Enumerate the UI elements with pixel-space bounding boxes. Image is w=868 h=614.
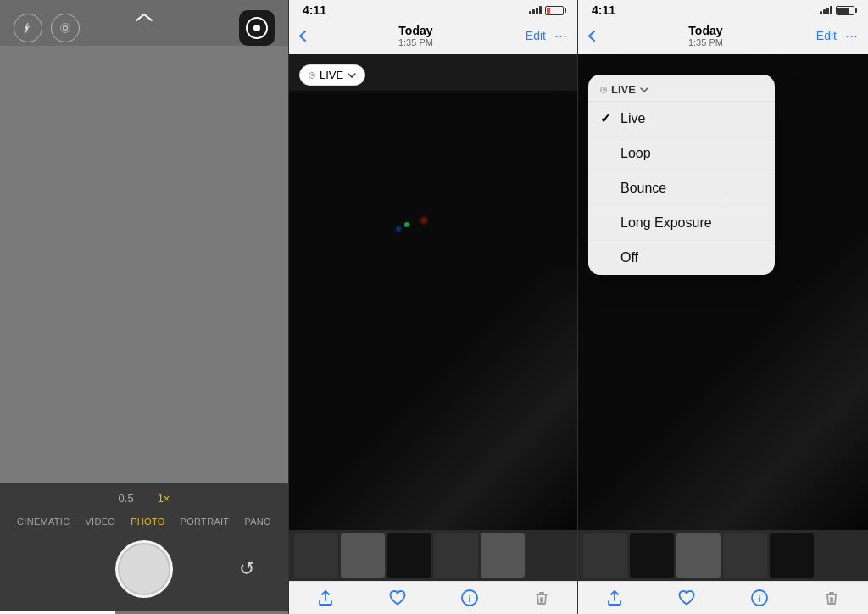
- photos-panel: 4:11 Today 1:35 PM Edit ···: [288, 0, 578, 614]
- share-button[interactable]: [316, 589, 335, 607]
- dropdown-label-bounce: Bounce: [620, 181, 666, 196]
- flip-camera-icon[interactable]: ↺: [239, 558, 254, 580]
- signal-bar-3-2: [823, 9, 826, 14]
- nav-title-3: Today: [688, 24, 723, 37]
- mode-pano[interactable]: PANO: [244, 516, 271, 527]
- live-button-container: LIVE: [289, 54, 577, 91]
- camera-target-button[interactable]: [239, 10, 275, 46]
- photos-dropdown-panel: 4:11 Today 1:35 PM Edit ···: [578, 0, 868, 614]
- dropdown-label-long-exposure: Long Exposure: [620, 215, 712, 231]
- chevron-up-icon[interactable]: [135, 12, 153, 24]
- svg-text:i: i: [468, 594, 470, 604]
- camera-modes: CINEMATIC VIDEO PHOTO PORTRAIT PANO: [0, 511, 288, 533]
- live-button-label: LIVE: [320, 69, 343, 81]
- status-icons: [529, 6, 564, 15]
- nav-actions: Edit ···: [526, 27, 567, 45]
- dropdown-item-bounce[interactable]: Bounce: [588, 171, 775, 206]
- dropdown-item-off[interactable]: Off: [588, 241, 775, 275]
- thumbnail-3-1[interactable]: [583, 533, 627, 578]
- edit-button[interactable]: Edit: [526, 29, 546, 42]
- photo-main: [289, 91, 577, 530]
- photos-nav-3: Today 1:35 PM Edit ···: [578, 20, 868, 54]
- photo-thumbnails-3: [578, 530, 868, 581]
- dropdown-live-dot: [600, 87, 607, 93]
- thumbnail-2[interactable]: [341, 533, 385, 578]
- live-dot-icon: [309, 72, 315, 79]
- thumbnail-1[interactable]: [294, 533, 338, 578]
- thumbnail-3[interactable]: [387, 533, 431, 578]
- info-button[interactable]: i: [460, 589, 479, 607]
- more-button-3[interactable]: ···: [845, 27, 858, 45]
- battery-fill-3: [837, 8, 849, 14]
- share-button-3[interactable]: [605, 589, 624, 607]
- battery-icon: [545, 6, 564, 15]
- delete-button[interactable]: [532, 589, 551, 607]
- camera-top-bar: [0, 0, 288, 46]
- thumbnail-3-4[interactable]: [723, 533, 767, 578]
- checkmark-live: ✓: [600, 111, 614, 126]
- battery-fill: [547, 8, 550, 14]
- live-dot-inner: [311, 74, 314, 76]
- photos-toolbar-3: i: [578, 581, 868, 614]
- zoom-controls: 0.5 1×: [0, 492, 288, 511]
- thumbnail-3-5[interactable]: [770, 533, 814, 578]
- signal-bar-1: [529, 11, 531, 14]
- photos-toolbar: i: [289, 581, 577, 614]
- dropdown-chevron-icon: [640, 87, 648, 92]
- status-bar: 4:11: [289, 0, 577, 20]
- photo-lights: [404, 222, 409, 227]
- status-icons-3: [820, 6, 854, 15]
- edit-button-3[interactable]: Edit: [816, 29, 837, 42]
- nav-center: Today 1:35 PM: [398, 24, 433, 47]
- delete-button-3[interactable]: [822, 589, 841, 607]
- signal-bar-4: [539, 6, 542, 14]
- mode-video[interactable]: VIDEO: [85, 516, 115, 527]
- status-bar-3: 4:11: [578, 0, 868, 20]
- dropdown-item-long-exposure[interactable]: Long Exposure: [588, 206, 775, 241]
- live-button[interactable]: LIVE: [299, 64, 365, 86]
- thumbnail-4[interactable]: [434, 533, 478, 578]
- status-time: 4:11: [303, 3, 326, 17]
- dropdown-live-dot-inner: [603, 88, 605, 91]
- dropdown-live-label: LIVE: [611, 83, 636, 96]
- back-button[interactable]: [299, 31, 306, 42]
- thumbnail-3-2[interactable]: [630, 533, 674, 578]
- camera-viewfinder: [0, 46, 288, 483]
- zoom-one-button[interactable]: 1×: [158, 492, 170, 505]
- camera-left-icons: [14, 14, 80, 42]
- photo-image: [289, 91, 577, 530]
- camera-panel: LIVE 0.5 1× CINEMATIC VIDEO PHOTO PORTRA…: [0, 0, 288, 614]
- mode-cinematic[interactable]: CINEMATIC: [17, 516, 70, 527]
- shutter-inner: [120, 544, 169, 594]
- nav-subtitle-3: 1:35 PM: [688, 37, 723, 47]
- signal-bar-3-3: [826, 8, 829, 14]
- favorite-button-3[interactable]: [677, 589, 696, 607]
- flash-icon[interactable]: [14, 14, 42, 42]
- photos-nav: Today 1:35 PM Edit ···: [289, 20, 577, 54]
- dropdown-item-live[interactable]: ✓ Live: [588, 102, 775, 137]
- shutter-button[interactable]: [115, 540, 173, 598]
- info-button-3[interactable]: i: [750, 589, 769, 607]
- more-button[interactable]: ···: [554, 27, 567, 45]
- mode-portrait[interactable]: PORTRAIT: [181, 516, 230, 527]
- thumbnail-3-3[interactable]: [676, 533, 721, 578]
- svg-point-3: [64, 26, 68, 31]
- live-dropdown-menu: LIVE ✓ Live Loop Bounce Long Exposure Of…: [588, 75, 775, 275]
- signal-bar-3-1: [820, 11, 822, 14]
- favorite-button[interactable]: [388, 589, 407, 607]
- nav-subtitle: 1:35 PM: [398, 37, 433, 47]
- zoom-half-button[interactable]: 0.5: [119, 492, 134, 505]
- shutter-row: ↺: [0, 533, 288, 608]
- live-photo-icon[interactable]: [51, 14, 80, 42]
- mode-photo[interactable]: PHOTO: [131, 516, 164, 527]
- thumbnail-5[interactable]: [481, 533, 525, 578]
- target-inner: [246, 17, 268, 39]
- signal-icon: [529, 6, 542, 14]
- dropdown-label-loop: Loop: [620, 146, 651, 161]
- dropdown-label-off: Off: [620, 250, 638, 265]
- nav-actions-3: Edit ···: [816, 27, 858, 45]
- dropdown-item-loop[interactable]: Loop: [588, 137, 775, 171]
- nav-title: Today: [398, 24, 433, 37]
- signal-bar-3-4: [830, 6, 832, 14]
- back-button-3[interactable]: [588, 31, 595, 42]
